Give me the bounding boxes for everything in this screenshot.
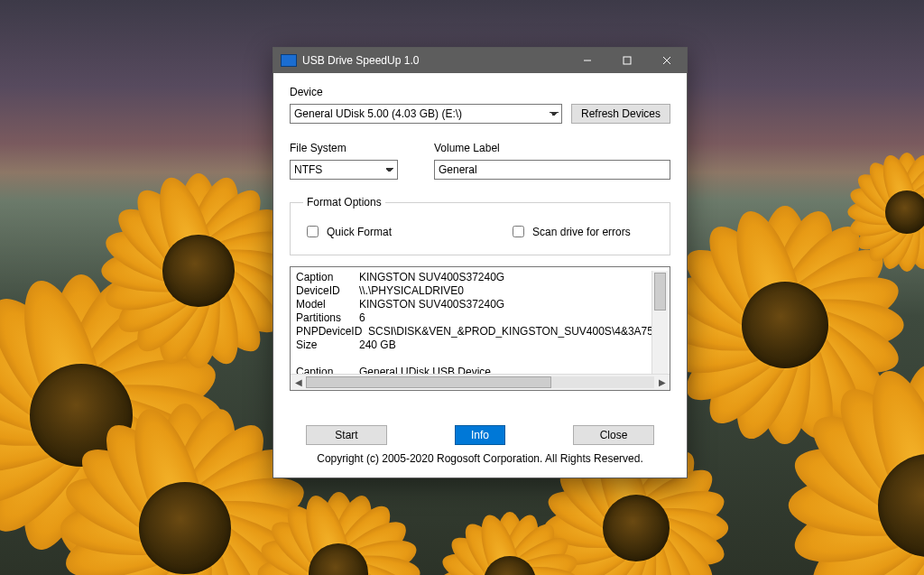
info-line: ModelKINGSTON SUV400S37240G xyxy=(296,298,651,311)
app-icon xyxy=(281,54,297,67)
device-select[interactable]: General UDisk 5.00 (4.03 GB) (E:\) xyxy=(290,104,562,124)
refresh-devices-button[interactable]: Refresh Devices xyxy=(571,104,670,124)
info-line: Size240 GB xyxy=(296,339,651,352)
close-window-button[interactable] xyxy=(647,48,687,73)
titlebar[interactable]: USB Drive SpeedUp 1.0 xyxy=(273,48,687,73)
device-label: Device xyxy=(290,86,670,98)
info-line: Partitions6 xyxy=(296,311,651,325)
sunflower-decoration xyxy=(451,524,568,575)
format-options-legend: Format Options xyxy=(303,196,385,209)
sunflower-decoration xyxy=(271,505,406,575)
device-info-text[interactable]: CaptionKINGSTON SUV400S37240GDeviceID\\.… xyxy=(296,271,651,374)
close-button[interactable]: Close xyxy=(573,425,654,445)
window-title: USB Drive SpeedUp 1.0 xyxy=(302,54,568,67)
sunflower-decoration xyxy=(117,190,280,352)
sunflower-decoration xyxy=(81,424,289,575)
file-system-select[interactable]: NTFS xyxy=(290,160,398,180)
scroll-right-arrow[interactable]: ▶ xyxy=(656,376,668,388)
info-line: CaptionKINGSTON SUV400S37240G xyxy=(296,271,651,284)
svg-rect-1 xyxy=(624,57,631,64)
info-line: PNPDeviceIDSCSI\DISK&VEN_&PROD_KINGSTON_… xyxy=(296,325,651,339)
horizontal-scroll-track[interactable] xyxy=(306,376,654,388)
quick-format-checkbox[interactable]: Quick Format xyxy=(303,223,392,240)
info-line: DeviceID\\.\PHYSICALDRIVE0 xyxy=(296,284,651,298)
info-button[interactable]: Info xyxy=(455,425,505,445)
file-system-label: File System xyxy=(290,142,398,154)
app-window: USB Drive SpeedUp 1.0 Device General UDi… xyxy=(273,47,688,478)
copyright-text: Copyright (c) 2005-2020 Rogosoft Corpora… xyxy=(290,452,670,465)
maximize-button[interactable] xyxy=(607,48,647,73)
start-button[interactable]: Start xyxy=(306,425,387,445)
scan-errors-checkbox[interactable]: Scan drive for errors xyxy=(509,223,631,240)
volume-label-label: Volume Label xyxy=(434,142,670,154)
scan-errors-input[interactable] xyxy=(513,226,524,237)
sunflower-decoration xyxy=(812,388,924,575)
minimize-button[interactable] xyxy=(568,48,607,73)
volume-label-input[interactable] xyxy=(434,160,670,180)
horizontal-scroll-thumb[interactable] xyxy=(306,376,551,388)
window-content: Device General UDisk 5.00 (4.03 GB) (E:\… xyxy=(273,73,687,478)
quick-format-input[interactable] xyxy=(307,226,319,237)
info-line: CaptionGeneral UDisk USB Device xyxy=(296,366,651,374)
device-info-box: CaptionKINGSTON SUV400S37240GDeviceID\\.… xyxy=(290,266,670,391)
vertical-scroll-thumb[interactable] xyxy=(654,273,666,311)
format-options-group: Format Options Quick Format Scan drive f… xyxy=(290,196,670,255)
scroll-left-arrow[interactable]: ◀ xyxy=(292,376,304,388)
sunflower-decoration xyxy=(857,162,924,262)
vertical-scrollbar[interactable] xyxy=(651,271,668,374)
horizontal-scrollbar[interactable]: ◀ ▶ xyxy=(291,374,670,390)
desktop-background: USB Drive SpeedUp 1.0 Device General UDi… xyxy=(0,0,924,575)
